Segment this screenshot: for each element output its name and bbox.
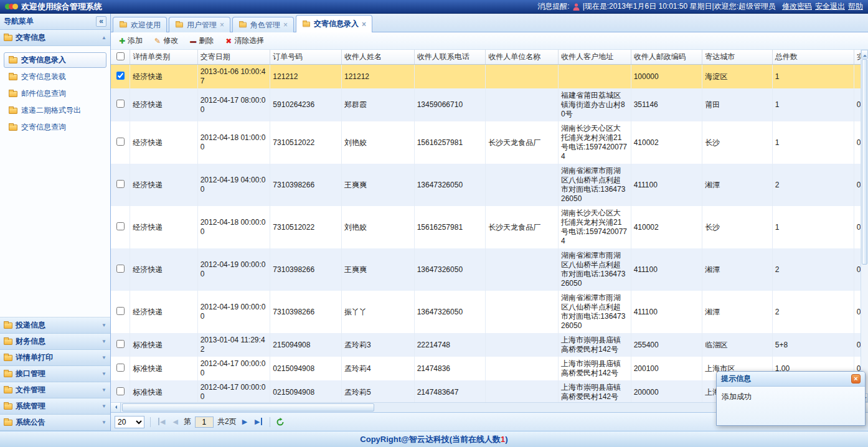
topbar-link-修改密码[interactable]: 修改密码	[782, 2, 812, 11]
toolbar-button-清除选择[interactable]: ✖清除选择	[220, 33, 269, 49]
tab-欢迎使用[interactable]: 欢迎使用	[113, 17, 167, 32]
cell-订单号码: 7310398266	[270, 291, 342, 333]
sidebar-collapse-button[interactable]	[96, 16, 106, 27]
toolbar-button-添加[interactable]: ✚添加	[114, 33, 148, 49]
next-page-button[interactable]	[240, 417, 249, 426]
row-checkbox[interactable]	[116, 387, 125, 395]
folder-icon	[4, 35, 12, 41]
topbar-link-帮助[interactable]: 帮助	[848, 2, 863, 11]
row-checkbox-cell[interactable]	[111, 65, 130, 89]
cell-寄达城市: 湘潭	[702, 164, 773, 206]
tab-交寄信息录入[interactable]: 交寄信息录入	[296, 15, 372, 32]
column-header-收件人联系电话[interactable]: 收件人联系电话	[414, 50, 486, 65]
cell-收件人姓名: 刘艳姣	[341, 206, 414, 248]
sidebar-item-交寄信息查询[interactable]: 交寄信息查询	[4, 120, 106, 135]
sidebar-section-header-详情单打印[interactable]: 详情单打印	[0, 350, 110, 366]
sidebar-section-header-文件管理[interactable]: 文件管理	[0, 382, 110, 398]
sidebar-section-header-系统管理[interactable]: 系统管理	[0, 398, 110, 415]
row-checkbox[interactable]	[116, 100, 125, 108]
table-row[interactable]: 经济快递2012-04-18 00:00:007310512022刘艳姣1561…	[111, 206, 868, 248]
sidebar-item-交寄信息装载[interactable]: 交寄信息装载	[4, 69, 106, 85]
cell-交寄日期: 2012-04-18 01:00:00	[197, 121, 270, 164]
notification-popup: 提示信息 添加成功	[716, 371, 866, 426]
vertical-scrollbar-thumb[interactable]	[862, 59, 867, 265]
last-page-button[interactable]	[253, 417, 263, 426]
table-row[interactable]: 经济快递2012-04-17 08:00:005910264236郑群霞1345…	[111, 88, 868, 121]
sidebar-section-header-接口管理[interactable]: 接口管理	[0, 366, 110, 382]
table-row[interactable]: 经济快递2012-04-18 01:00:007310512022刘艳姣1561…	[111, 121, 868, 164]
sidebar-item-速递二期格式导出[interactable]: 速递二期格式导出	[4, 103, 106, 118]
row-checkbox[interactable]	[116, 180, 125, 188]
row-checkbox-cell[interactable]	[111, 357, 130, 380]
sidebar-item-交寄信息录入[interactable]: 交寄信息录入	[4, 52, 106, 68]
column-header-收件人姓名[interactable]: 收件人姓名	[341, 50, 414, 65]
column-header-交寄日期[interactable]: 交寄日期	[197, 50, 270, 65]
toolbar-button-修改[interactable]: ✎修改	[149, 33, 183, 49]
cell-收件人单位名称	[486, 357, 559, 380]
row-checkbox[interactable]	[116, 364, 125, 372]
column-header-收件人单位名称[interactable]: 收件人单位名称	[486, 50, 559, 65]
sidebar-item-邮件信息查询[interactable]: 邮件信息查询	[4, 86, 106, 101]
close-tab-icon[interactable]	[220, 22, 224, 28]
column-header-收件人邮政编码[interactable]: 收件人邮政编码	[631, 50, 702, 65]
tab-角色管理[interactable]: 角色管理	[232, 17, 294, 32]
sidebar-section-header-投递信息[interactable]: 投递信息	[0, 318, 110, 334]
row-checkbox-cell[interactable]	[111, 333, 130, 357]
table-row[interactable]: 标准快递2013-01-04 11:29:42215094908孟玲莉32221…	[111, 333, 868, 357]
cell-详情单类别: 标准快递	[130, 380, 197, 402]
cell-寄达城市: 海淀区	[702, 65, 773, 89]
sidebar-section-header-系统公告[interactable]: 系统公告	[0, 415, 110, 431]
select-all-cell[interactable]	[111, 50, 130, 65]
column-header-订单号码[interactable]: 订单号码	[270, 50, 342, 65]
cell-订单号码: 0215094908	[270, 357, 342, 380]
table-row[interactable]: 经济快递2013-01-06 10:00:4712121212121210000…	[111, 65, 868, 89]
cell-总件数: 5+8	[772, 333, 854, 357]
column-header-收件人客户地址[interactable]: 收件人客户地址	[558, 50, 631, 65]
row-checkbox[interactable]	[116, 138, 125, 146]
message-user-icon[interactable]	[573, 3, 580, 11]
row-checkbox[interactable]	[116, 307, 125, 315]
close-tab-icon[interactable]	[362, 21, 366, 27]
table-row[interactable]: 经济快递2012-04-19 00:00:007310398266振丫丫1364…	[111, 291, 868, 333]
row-checkbox[interactable]	[116, 340, 125, 348]
row-checkbox-cell[interactable]	[111, 206, 130, 248]
table-row[interactable]: 经济快递2012-04-19 04:00:007310398266王爽爽1364…	[111, 164, 868, 206]
row-checkbox-cell[interactable]	[111, 164, 130, 206]
topbar-link-安全退出[interactable]: 安全退出	[815, 2, 845, 11]
select-all-checkbox[interactable]	[116, 52, 125, 60]
scroll-left-button[interactable]	[111, 403, 121, 412]
horizontal-scrollbar-thumb[interactable]	[122, 403, 374, 412]
row-checkbox[interactable]	[116, 265, 125, 273]
first-page-button[interactable]	[156, 417, 167, 426]
sidebar-items: 交寄信息录入交寄信息装载邮件信息查询速递二期格式导出交寄信息查询	[0, 46, 110, 318]
row-checkbox-cell[interactable]	[111, 121, 130, 164]
tab-icon	[303, 21, 310, 27]
sidebar-section-header-财务信息[interactable]: 财务信息	[0, 334, 110, 350]
scroll-up-button[interactable]	[861, 50, 868, 59]
row-checkbox-cell[interactable]	[111, 248, 130, 291]
close-tab-icon[interactable]	[283, 22, 288, 28]
row-checkbox[interactable]	[116, 222, 125, 230]
row-checkbox-cell[interactable]	[111, 88, 130, 121]
vertical-scrollbar[interactable]	[861, 50, 868, 402]
sidebar-section-header-mail-info[interactable]: 交寄信息	[0, 30, 110, 46]
popup-message: 添加成功	[722, 392, 752, 401]
refresh-icon[interactable]	[276, 418, 285, 426]
column-header-详情单类别[interactable]: 详情单类别	[130, 50, 197, 65]
column-header-寄达城市[interactable]: 寄达城市	[702, 50, 773, 65]
column-header-总件数[interactable]: 总件数	[772, 50, 854, 65]
row-checkbox-cell[interactable]	[111, 380, 130, 402]
toolbar-button-删除[interactable]: ▬删除	[185, 33, 219, 49]
cell-收件人邮政编码: 411100	[631, 291, 702, 333]
popup-close-button[interactable]	[851, 374, 861, 383]
row-checkbox-cell[interactable]	[111, 291, 130, 333]
tab-用户管理[interactable]: 用户管理	[169, 17, 230, 32]
row-checkbox[interactable]	[116, 72, 125, 80]
cell-收件人姓名: 振丫丫	[341, 291, 414, 333]
cell-交寄日期: 2012-04-19 00:00:00	[197, 291, 270, 333]
page-number-input[interactable]	[195, 416, 214, 428]
page-size-select[interactable]: 20	[115, 416, 144, 428]
table-row[interactable]: 经济快递2012-04-19 00:00:007310398266王爽爽1364…	[111, 248, 868, 291]
previous-page-button[interactable]	[171, 417, 179, 426]
folder-icon	[4, 339, 12, 345]
